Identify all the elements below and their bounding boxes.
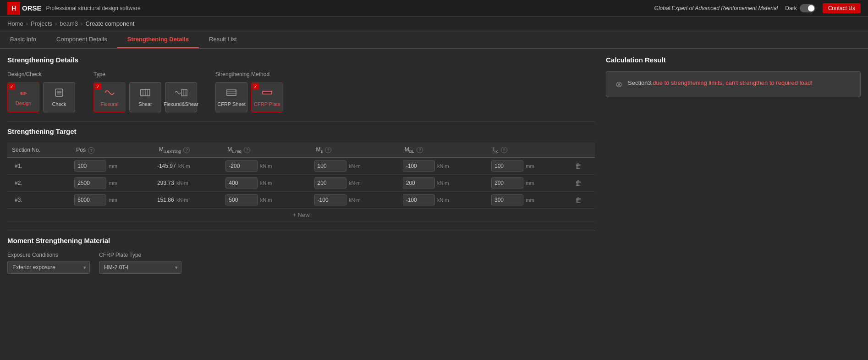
type-buttons: ✓ Flexural — [93, 82, 197, 112]
ms-info-icon[interactable]: ? — [325, 147, 331, 153]
unit-pos-0: mm — [109, 163, 117, 169]
flexural-label: Flexural — [100, 101, 118, 107]
tab-strengthening-details[interactable]: Strengthening Details — [117, 31, 199, 48]
cfrp-plate-btn[interactable]: ✓ CFRP Plate — [251, 82, 283, 112]
mu-req-info-icon[interactable]: ? — [244, 147, 250, 153]
add-new-button[interactable]: + New — [292, 211, 309, 218]
input-mu-req-2[interactable] — [225, 194, 258, 205]
table-row: #2. mm 293.73 kN·m kN·m kN·m kN·m mm 🗑 — [7, 175, 595, 192]
cfrp-sheet-label: CFRP Sheet — [217, 101, 246, 107]
delete-row-1-button[interactable]: 🗑 — [574, 178, 582, 188]
flexural-check-badge: ✓ — [95, 83, 101, 90]
breadcrumb: Home › Projects › beam3 › Create compone… — [0, 17, 868, 31]
type-group: Type ✓ Flexural — [93, 71, 197, 112]
input-mu-req-1[interactable] — [225, 177, 258, 188]
cell-lc-2: mm — [489, 192, 571, 209]
input-mu-req-0[interactable] — [225, 161, 258, 172]
table-row: #3. mm 151.86 kN·m kN·m kN·m kN·m mm 🗑 — [7, 192, 595, 209]
col-lc: Lc ? — [489, 143, 571, 158]
strengthening-method-label: Strengthening Method — [215, 71, 283, 78]
flexural-shear-btn[interactable]: Flexural&Shear — [165, 82, 197, 112]
unit-ms-2: kN·m — [349, 197, 361, 203]
right-panel: Calculation Result ⊗ Section3:due to str… — [595, 56, 861, 274]
cell-mbl-0: kN·m — [400, 158, 489, 175]
cell-delete-2: 🗑 — [571, 192, 595, 209]
cell-ms-2: kN·m — [312, 192, 400, 209]
unit-lc-0: mm — [526, 163, 534, 169]
tab-basic-info[interactable]: Basic Info — [0, 31, 46, 48]
shear-icon — [140, 88, 151, 100]
cfrp-type-label: CFRP Plate Type — [99, 252, 181, 258]
cell-delete-0: 🗑 — [571, 158, 595, 175]
dark-toggle[interactable]: Dark — [785, 4, 815, 12]
cell-mu-req-0: kN·m — [223, 158, 311, 175]
lc-info-icon[interactable]: ? — [501, 147, 507, 153]
col-mu-req: Mu,req ? — [223, 143, 311, 158]
cell-ms-0: kN·m — [312, 158, 400, 175]
input-lc-2[interactable] — [491, 194, 523, 205]
cell-mu-req-1: kN·m — [223, 175, 311, 192]
header-subtitle: Professional structural design software — [46, 5, 141, 11]
error-highlight: due to strengthening limits, can't stren… — [653, 79, 813, 86]
cell-mu-req-2: kN·m — [223, 192, 311, 209]
tab-result-list[interactable]: Result List — [199, 31, 247, 48]
breadcrumb-beam[interactable]: beam3 — [60, 20, 78, 27]
input-pos-1[interactable] — [74, 177, 106, 188]
flexural-shear-label: Flexural&Shear — [164, 101, 198, 107]
contact-button[interactable]: Contact Us — [823, 3, 861, 13]
unit-mbl-2: kN·m — [437, 197, 449, 203]
input-ms-0[interactable] — [314, 161, 346, 172]
input-mbl-2[interactable] — [403, 194, 435, 205]
tabs-bar: Basic Info Component Details Strengtheni… — [0, 31, 868, 49]
check-btn[interactable]: Check — [43, 82, 75, 112]
table-row: #1. mm -145.97 kN·m kN·m kN·m kN·m mm 🗑 — [7, 158, 595, 175]
cell-mu-existing-0: -145.97 kN·m — [154, 158, 223, 175]
input-ms-2[interactable] — [314, 194, 346, 205]
exposure-conditions-field: Exposure Conditions Interior exposure Ex… — [7, 252, 90, 274]
cfrp-type-select[interactable]: HM-2.0T-I HM-1.4T-I HM-1.2T-I — [99, 261, 181, 274]
strengthening-target-section: Strengthening Target Section No. Pos ? M… — [7, 127, 595, 222]
cell-mu-existing-2: 151.86 kN·m — [154, 192, 223, 209]
mu-existing-info-icon[interactable]: ? — [183, 147, 190, 153]
design-btn[interactable]: ✓ ✏ Design — [7, 82, 39, 112]
cell-section-no-2: #3. — [7, 192, 71, 209]
pos-info-icon[interactable]: ? — [88, 147, 94, 154]
input-mbl-0[interactable] — [403, 161, 435, 172]
strengthening-target-title: Strengthening Target — [7, 127, 595, 135]
mu-existing-val-2: 151.86 — [157, 197, 174, 203]
header-left: H ORSE Professional structural design so… — [7, 2, 141, 15]
delete-row-0-button[interactable]: 🗑 — [574, 161, 582, 171]
check-label: Check — [52, 101, 66, 107]
cell-section-no-1: #2. — [7, 175, 71, 192]
breadcrumb-home[interactable]: Home — [7, 20, 23, 27]
cell-mbl-2: kN·m — [400, 192, 489, 209]
unit-mu-existing-1: kN·m — [176, 180, 188, 186]
shear-btn[interactable]: Shear — [129, 82, 161, 112]
cell-lc-1: mm — [489, 175, 571, 192]
input-ms-1[interactable] — [314, 177, 346, 188]
cell-mbl-1: kN·m — [400, 175, 489, 192]
mbl-info-icon[interactable]: ? — [417, 147, 423, 153]
delete-row-2-button[interactable]: 🗑 — [574, 195, 582, 205]
cell-mu-existing-1: 293.73 kN·m — [154, 175, 223, 192]
unit-mu-existing-0: kN·m — [178, 163, 190, 169]
dark-mode-toggle[interactable] — [800, 4, 815, 12]
controls-row: Design/Check ✓ ✏ Design — [7, 71, 595, 112]
add-new-row[interactable]: + New — [7, 209, 595, 222]
svg-rect-11 — [227, 90, 236, 95]
cfrp-sheet-btn[interactable]: CFRP Sheet — [215, 82, 247, 112]
tab-component-details[interactable]: Component Details — [46, 31, 117, 48]
new-row-cell: + New — [7, 209, 595, 222]
input-pos-2[interactable] — [74, 194, 106, 205]
input-mbl-1[interactable] — [403, 177, 435, 188]
input-lc-1[interactable] — [491, 177, 523, 188]
input-pos-0[interactable] — [74, 161, 106, 172]
flexural-btn[interactable]: ✓ Flexural — [93, 82, 126, 112]
exposure-select[interactable]: Interior exposure Exterior exposure — [7, 261, 90, 274]
shear-label: Shear — [138, 101, 152, 107]
design-label: Design — [16, 100, 31, 106]
breadcrumb-projects[interactable]: Projects — [31, 20, 52, 27]
left-panel: Strengthening Details Design/Check ✓ ✏ D… — [7, 56, 595, 274]
unit-mu-req-2: kN·m — [260, 197, 272, 203]
input-lc-0[interactable] — [491, 161, 523, 172]
